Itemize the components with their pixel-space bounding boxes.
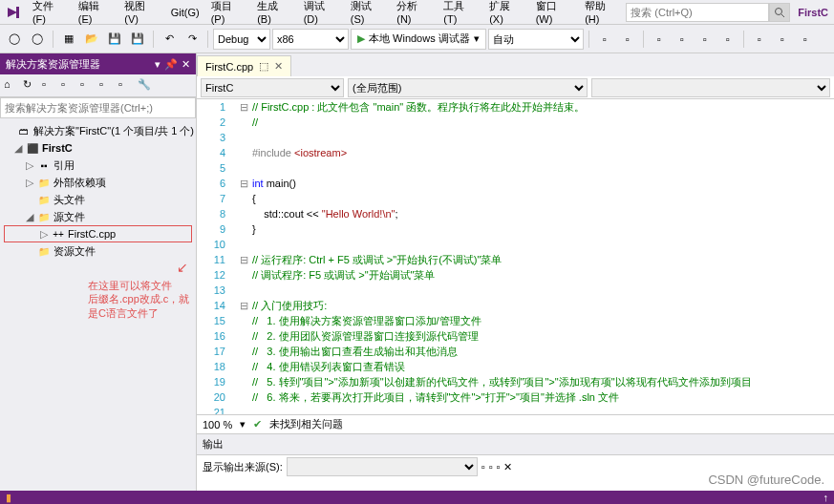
- code-line[interactable]: 21: [197, 405, 834, 414]
- code-line[interactable]: 10: [197, 237, 834, 252]
- menu-build[interactable]: 生成(B): [251, 0, 297, 29]
- code-line[interactable]: 18// 4. 使用错误列表窗口查看错误: [197, 359, 834, 374]
- code-line[interactable]: 12// 调试程序: F5 或调试 >"开始调试"菜单: [197, 267, 834, 283]
- search-button[interactable]: [769, 3, 790, 22]
- menu-help[interactable]: 帮助(H): [579, 0, 626, 29]
- save-icon[interactable]: 💾: [104, 29, 125, 50]
- wrench-icon[interactable]: 🔧: [138, 78, 153, 94]
- menu-debug[interactable]: 调试(D): [298, 0, 345, 29]
- close-icon[interactable]: ✕: [182, 58, 190, 71]
- code-line[interactable]: 16// 2. 使用团队资源管理器窗口连接到源代码管理: [197, 328, 834, 344]
- pin-icon[interactable]: 📌: [164, 58, 178, 71]
- source-file[interactable]: ▷++FirstC.cpp: [4, 225, 192, 242]
- resources-node[interactable]: 📁资源文件: [2, 242, 194, 260]
- code-line[interactable]: 14⊟// 入门使用技巧:: [197, 298, 834, 313]
- output-clear-icon[interactable]: ✕: [503, 461, 512, 473]
- output-icon-1[interactable]: ▫: [481, 461, 485, 472]
- code-line[interactable]: 4#include <iostream>: [197, 145, 834, 160]
- collapse-icon[interactable]: ▫: [61, 78, 76, 94]
- source-control-icon[interactable]: ↑: [823, 492, 829, 503]
- start-debug-button[interactable]: ▶ 本地 Windows 调试器 ▾: [351, 29, 486, 50]
- tb-icon-8[interactable]: ▫: [772, 29, 793, 50]
- code-line[interactable]: 7{: [197, 191, 834, 206]
- zoom-level[interactable]: 100 %: [203, 419, 232, 430]
- code-line[interactable]: 1⊟// FirstC.cpp : 此文件包含 "main" 函数。程序执行将在…: [197, 99, 834, 115]
- code-line[interactable]: 5: [197, 160, 834, 176]
- code-line[interactable]: 8 std::cout << "Hello World!\n";: [197, 206, 834, 221]
- code-line[interactable]: 11⊟// 运行程序: Ctrl + F5 或调试 >"开始执行(不调试)"菜单: [197, 252, 834, 267]
- status-text: 未找到相关问题: [269, 417, 343, 431]
- auto-select[interactable]: 自动: [488, 29, 584, 50]
- tb-icon-3[interactable]: ▫: [649, 29, 670, 50]
- nav-project-select[interactable]: FirstC: [201, 78, 344, 97]
- chevron-down-icon: ▾: [474, 32, 480, 45]
- output-icon-2[interactable]: ▫: [489, 461, 493, 472]
- menu-analyze[interactable]: 分析(N): [391, 0, 438, 29]
- tb-icon-4[interactable]: ▫: [672, 29, 693, 50]
- preview-icon[interactable]: ▫: [99, 78, 115, 94]
- tb-icon-2[interactable]: ▫: [617, 29, 638, 50]
- solution-tree: 🗃解决方案"FirstC"(1 个项目/共 1 个) ◢⬛FirstC ▷▪▪引…: [0, 118, 196, 491]
- code-editor[interactable]: 1⊟// FirstC.cpp : 此文件包含 "main" 函数。程序执行将在…: [197, 99, 834, 414]
- code-line[interactable]: 17// 3. 使用输出窗口查看生成输出和其他消息: [197, 344, 834, 359]
- nav-member-select[interactable]: [591, 78, 831, 97]
- menu-test[interactable]: 测试(S): [345, 0, 391, 29]
- search-input[interactable]: [626, 3, 769, 22]
- global-search: [626, 3, 790, 22]
- code-line[interactable]: 2//: [197, 115, 834, 130]
- menu-project[interactable]: 项目(P): [205, 0, 251, 29]
- tb-icon-5[interactable]: ▫: [695, 29, 716, 50]
- properties-icon[interactable]: ▫: [80, 78, 96, 94]
- tab-pin-icon[interactable]: ⬚: [259, 60, 268, 73]
- code-line[interactable]: 15// 1. 使用解决方案资源管理器窗口添加/管理文件: [197, 313, 834, 328]
- output-icon-3[interactable]: ▫: [497, 461, 501, 472]
- undo-icon[interactable]: ↶: [159, 29, 180, 50]
- menu-git[interactable]: Git(G): [165, 3, 205, 22]
- code-line[interactable]: 9}: [197, 221, 834, 237]
- tb-icon-9[interactable]: ▫: [795, 29, 816, 50]
- tb-icon-1[interactable]: ▫: [594, 29, 615, 50]
- back-icon[interactable]: ◯: [4, 29, 25, 50]
- code-line[interactable]: 19// 5. 转到"项目">"添加新项"以创建新的代码文件，或转到"项目">"…: [197, 374, 834, 389]
- code-line[interactable]: 3: [197, 130, 834, 145]
- open-icon[interactable]: 📂: [81, 29, 102, 50]
- forward-icon[interactable]: ◯: [27, 29, 48, 50]
- nav-scope-select[interactable]: (全局范围): [348, 78, 588, 97]
- status-orange-icon: ▮: [6, 492, 11, 504]
- editor-tab[interactable]: FirstC.cpp ⬚ ✕: [197, 55, 291, 76]
- sync-icon[interactable]: ▫: [118, 78, 134, 94]
- code-line[interactable]: 13: [197, 283, 834, 298]
- sources-node[interactable]: ◢📁源文件: [2, 208, 194, 225]
- menu-window[interactable]: 窗口(W): [530, 0, 580, 29]
- config-select[interactable]: Debug: [213, 29, 270, 50]
- solution-search: [0, 97, 196, 118]
- menu-view[interactable]: 视图(V): [118, 0, 164, 29]
- tb-icon-7[interactable]: ▫: [749, 29, 770, 50]
- output-source-select[interactable]: [287, 457, 478, 476]
- redo-icon[interactable]: ↷: [182, 29, 203, 50]
- code-line[interactable]: 6⊟int main(): [197, 176, 834, 191]
- ext-node[interactable]: ▷📁外部依赖项: [2, 174, 194, 191]
- dropdown-icon[interactable]: ▾: [155, 58, 160, 71]
- code-line[interactable]: 20// 6. 将来，若要再次打开此项目，请转到"文件">"打开">"项目"并选…: [197, 389, 834, 405]
- menu-extensions[interactable]: 扩展(X): [483, 0, 529, 29]
- menu-tools[interactable]: 工具(T): [438, 0, 483, 29]
- showall-icon[interactable]: ▫: [42, 78, 57, 94]
- menu-file[interactable]: 文件(F): [27, 0, 73, 29]
- editor-statusbar: 100 % ▾ ✔ 未找到相关问题: [197, 414, 834, 433]
- zoom-chevron-icon[interactable]: ▾: [240, 418, 246, 430]
- menu-edit[interactable]: 编辑(E): [73, 0, 118, 29]
- output-header[interactable]: 输出: [197, 434, 834, 455]
- solution-node[interactable]: 🗃解决方案"FirstC"(1 个项目/共 1 个): [2, 122, 194, 139]
- platform-select[interactable]: x86: [272, 29, 349, 50]
- new-icon[interactable]: ▦: [58, 29, 79, 50]
- headers-node[interactable]: 📁头文件: [2, 191, 194, 208]
- solution-search-input[interactable]: [0, 97, 196, 118]
- tb-icon-6[interactable]: ▫: [717, 29, 738, 50]
- refresh-icon[interactable]: ↻: [23, 78, 38, 94]
- project-node[interactable]: ◢⬛FirstC: [2, 139, 194, 157]
- saveall-icon[interactable]: 💾: [127, 29, 148, 50]
- home-icon[interactable]: ⌂: [4, 78, 19, 94]
- tab-close-icon[interactable]: ✕: [274, 60, 283, 73]
- refs-node[interactable]: ▷▪▪引用: [2, 157, 194, 174]
